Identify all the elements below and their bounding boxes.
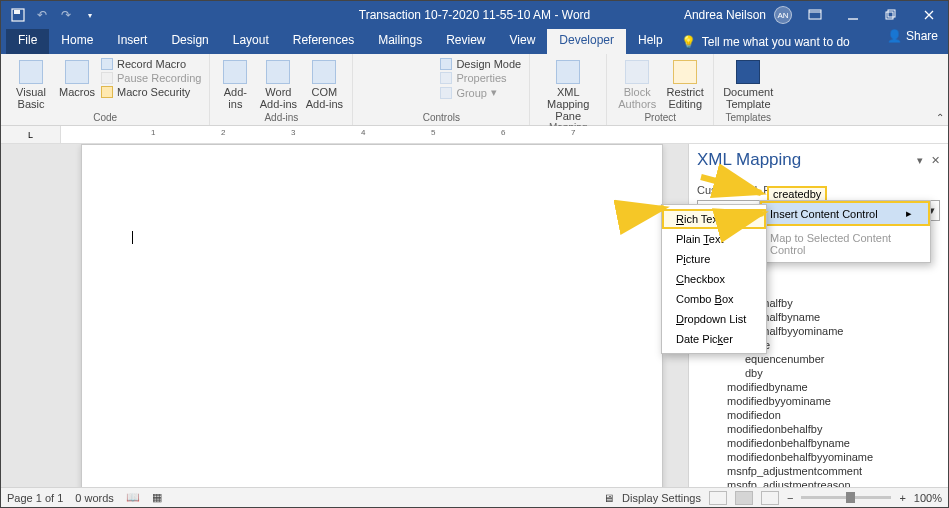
tab-design[interactable]: Design bbox=[159, 29, 220, 54]
macro-security-button[interactable]: Macro Security bbox=[101, 86, 201, 98]
group-button[interactable]: Group ▾ bbox=[440, 86, 521, 99]
tab-mailings[interactable]: Mailings bbox=[366, 29, 434, 54]
tab-developer[interactable]: Developer bbox=[547, 29, 626, 54]
control-date-icon[interactable] bbox=[418, 75, 432, 89]
menu-date-picker[interactable]: Date Picker bbox=[662, 329, 766, 349]
annotation-arrow bbox=[721, 209, 776, 233]
tree-item[interactable]: modifiedbyyominame bbox=[697, 394, 940, 408]
restrict-editing-button[interactable]: Restrict Editing bbox=[665, 58, 705, 110]
vertical-ruler[interactable] bbox=[1, 144, 15, 487]
close-icon[interactable] bbox=[914, 1, 944, 29]
properties-button[interactable]: Properties bbox=[440, 72, 521, 84]
save-icon[interactable] bbox=[11, 8, 25, 22]
title-bar: ↶ ↷ ▾ Transaction 10-7-2020 11-55-10 AM … bbox=[1, 1, 948, 29]
zoom-level[interactable]: 100% bbox=[914, 492, 942, 504]
tab-help[interactable]: Help bbox=[626, 29, 675, 54]
display-settings[interactable]: Display Settings bbox=[622, 492, 701, 504]
menu-checkbox[interactable]: Checkbox bbox=[662, 269, 766, 289]
group-code: Visual Basic Macros Record Macro Pause R… bbox=[1, 54, 210, 125]
tree-item[interactable]: modifiedonbehalfbyname bbox=[697, 436, 940, 450]
control-plaintext-icon[interactable] bbox=[380, 58, 394, 72]
tree-item[interactable]: modifiedonbehalfbyyominame bbox=[697, 450, 940, 464]
tree-item[interactable]: msnfp_adjustmentcomment bbox=[697, 464, 940, 478]
tab-file[interactable]: File bbox=[6, 29, 49, 54]
tree-item[interactable]: modifiedonbehalfby bbox=[697, 422, 940, 436]
control-checkbox-icon[interactable] bbox=[361, 75, 375, 89]
menu-checkbox-label: Checkbox bbox=[676, 273, 725, 285]
pane-close-icon[interactable]: ✕ bbox=[931, 154, 940, 167]
block-authors-button[interactable]: Block Authors bbox=[615, 58, 659, 110]
tab-insert[interactable]: Insert bbox=[105, 29, 159, 54]
group-controls: Design Mode Properties Group ▾ Controls bbox=[353, 54, 530, 125]
qat-dropdown-icon[interactable]: ▾ bbox=[83, 8, 97, 22]
word-addins-button[interactable]: Word Add-ins bbox=[258, 58, 298, 110]
menu-picture[interactable]: Picture bbox=[662, 249, 766, 269]
tab-home[interactable]: Home bbox=[49, 29, 105, 54]
collapse-ribbon-icon[interactable]: ⌃ bbox=[936, 112, 944, 123]
zoom-out-button[interactable]: − bbox=[787, 492, 793, 504]
visual-basic-button[interactable]: Visual Basic bbox=[9, 58, 53, 110]
control-gallery-icon[interactable] bbox=[418, 58, 432, 72]
undo-icon[interactable]: ↶ bbox=[35, 8, 49, 22]
control-legacy-icon[interactable] bbox=[380, 92, 394, 106]
restore-icon[interactable] bbox=[876, 1, 906, 29]
tree-item[interactable]: msnfp_adjustmentreason bbox=[697, 478, 940, 487]
tree-item[interactable]: dby bbox=[697, 366, 940, 380]
zoom-in-button[interactable]: + bbox=[899, 492, 905, 504]
menu-insert-content-control[interactable]: Insert Content Control▸ bbox=[760, 201, 930, 226]
tab-references[interactable]: References bbox=[281, 29, 366, 54]
tree-item[interactable]: modifiedbyname bbox=[697, 380, 940, 394]
ruler-tab-selector[interactable]: L bbox=[1, 126, 61, 143]
design-mode-button[interactable]: Design Mode bbox=[440, 58, 521, 70]
zoom-handle[interactable] bbox=[846, 492, 855, 503]
addins-button[interactable]: Add-ins bbox=[218, 58, 252, 110]
read-mode-icon[interactable] bbox=[709, 491, 727, 505]
xml-mapping-button[interactable]: XML Mapping Pane bbox=[538, 58, 598, 122]
status-page[interactable]: Page 1 of 1 bbox=[7, 492, 63, 504]
menu-combo-box[interactable]: Combo Box bbox=[662, 289, 766, 309]
ribbon-display-icon[interactable] bbox=[800, 1, 830, 29]
document-area[interactable] bbox=[15, 144, 688, 487]
control-dropdown-icon[interactable] bbox=[399, 75, 413, 89]
com-addins-button[interactable]: COM Add-ins bbox=[304, 58, 344, 110]
avatar[interactable]: AN bbox=[774, 6, 792, 24]
menu-dropdown-list[interactable]: Dropdown List bbox=[662, 309, 766, 329]
tell-me-text: Tell me what you want to do bbox=[702, 35, 850, 49]
status-words[interactable]: 0 words bbox=[75, 492, 114, 504]
redo-icon[interactable]: ↷ bbox=[59, 8, 73, 22]
block-authors-label: Block Authors bbox=[615, 86, 659, 110]
spell-check-icon[interactable]: 📖 bbox=[126, 491, 140, 504]
page[interactable] bbox=[81, 144, 663, 487]
tree-item[interactable]: equencenumber bbox=[697, 352, 940, 366]
record-macro-button[interactable]: Record Macro bbox=[101, 58, 201, 70]
tab-review[interactable]: Review bbox=[434, 29, 497, 54]
menu-insert-label: Insert Content Control bbox=[770, 208, 878, 220]
doc-template-icon bbox=[736, 60, 760, 84]
control-repeating-icon[interactable] bbox=[361, 92, 375, 106]
tell-me[interactable]: 💡 Tell me what you want to do bbox=[681, 29, 850, 54]
control-richtext-icon[interactable] bbox=[361, 58, 375, 72]
macros-button[interactable]: Macros bbox=[59, 58, 95, 98]
print-layout-icon[interactable] bbox=[735, 491, 753, 505]
control-picture-icon[interactable] bbox=[399, 58, 413, 72]
tab-view[interactable]: View bbox=[498, 29, 548, 54]
com-addins-label: COM Add-ins bbox=[304, 86, 344, 110]
group-controls-label: Controls bbox=[361, 112, 521, 123]
pause-recording-button[interactable]: Pause Recording bbox=[101, 72, 201, 84]
ribbon: Visual Basic Macros Record Macro Pause R… bbox=[1, 54, 948, 126]
horizontal-ruler[interactable]: 1234567 bbox=[61, 126, 948, 143]
document-template-button[interactable]: Document Template bbox=[722, 58, 774, 110]
addins-label: Add-ins bbox=[218, 86, 252, 110]
user-name[interactable]: Andrea Neilson bbox=[684, 8, 766, 22]
pane-options-icon[interactable]: ▾ bbox=[917, 154, 923, 167]
minimize-icon[interactable] bbox=[838, 1, 868, 29]
share-button[interactable]: 👤 Share bbox=[887, 29, 938, 43]
zoom-slider[interactable] bbox=[801, 496, 891, 499]
macro-status-icon[interactable]: ▦ bbox=[152, 491, 162, 504]
web-layout-icon[interactable] bbox=[761, 491, 779, 505]
doc-template-label: Document Template bbox=[722, 86, 774, 110]
title-sep: - bbox=[554, 8, 561, 22]
tab-layout[interactable]: Layout bbox=[221, 29, 281, 54]
control-combo-icon[interactable] bbox=[380, 75, 394, 89]
tree-item[interactable]: modifiedon bbox=[697, 408, 940, 422]
